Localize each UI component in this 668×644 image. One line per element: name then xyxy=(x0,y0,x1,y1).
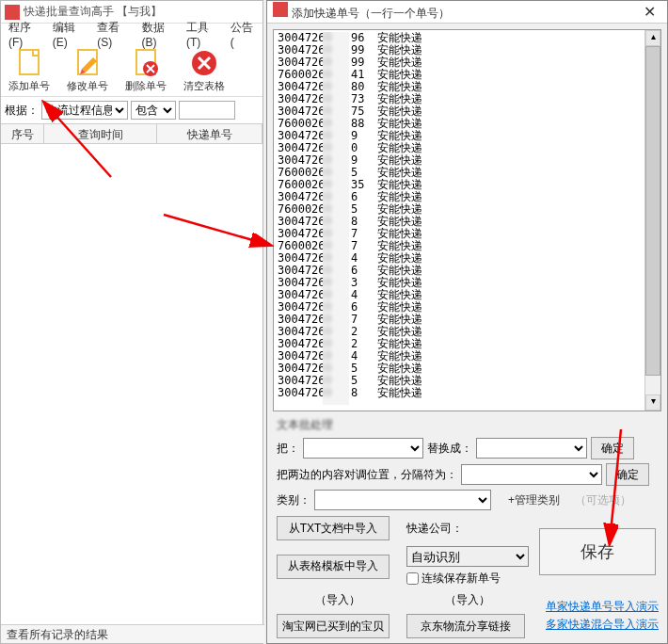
replace-row: 把： 替换成： 确定 xyxy=(277,437,658,459)
scroll-down-icon[interactable]: ▾ xyxy=(645,394,660,411)
swap-label: 把两边的内容对调位置，分隔符为： xyxy=(277,467,457,483)
add-button[interactable]: 添加单号 xyxy=(5,48,54,93)
filter-label: 根据： xyxy=(5,103,39,119)
swap-sep[interactable] xyxy=(461,464,602,485)
company-select[interactable]: 自动识别 xyxy=(406,546,529,567)
pencil-icon xyxy=(72,48,103,78)
col-no[interactable]: 序号 xyxy=(1,124,44,143)
col-track[interactable]: 快递单号 xyxy=(157,124,262,143)
filter-op[interactable]: 包含 xyxy=(131,101,176,120)
track-textarea[interactable]: 3004726996安能快递3004726999安能快递3004726999安能… xyxy=(273,29,661,411)
main-window: 快递批量查询高手 【与我】 程序(F) 编辑(E) 查看(S) 数据(B) 工具… xyxy=(0,0,263,644)
menu-program[interactable]: 程序(F) xyxy=(5,18,47,51)
svg-rect-0 xyxy=(20,50,39,74)
menu-notice[interactable]: 公告( xyxy=(227,18,259,51)
clear-label: 清空表格 xyxy=(183,79,225,93)
manage-category-link[interactable]: +管理类别 xyxy=(508,492,560,508)
blurred-region xyxy=(323,32,349,405)
statusbar: 查看所有记录的结果 xyxy=(1,624,264,643)
category-row: 类别： +管理类别 （可选项） xyxy=(277,490,658,510)
dialog-title: 添加快递单号（一行一个单号） xyxy=(292,7,450,20)
continuous-checkbox-label[interactable]: 连续保存新单号 xyxy=(406,571,529,587)
menu-edit[interactable]: 编辑(E) xyxy=(49,18,91,51)
edit-label: 修改单号 xyxy=(67,79,108,93)
edit-button[interactable]: 修改单号 xyxy=(63,48,112,93)
delete-button[interactable]: 删除单号 xyxy=(121,48,170,93)
replace-from-label: 把： xyxy=(277,441,299,457)
add-label: 添加单号 xyxy=(8,79,50,93)
scroll-up-icon[interactable]: ▴ xyxy=(645,30,660,46)
batch-section-label: 文本批处理 xyxy=(277,417,658,433)
menu-data[interactable]: 数据(B) xyxy=(138,18,181,51)
continuous-checkbox[interactable] xyxy=(406,572,419,585)
list-header: 序号 查询时间 快递单号 xyxy=(1,123,262,144)
document-icon xyxy=(14,48,44,78)
bottom-grid: 从TXT文档中导入 快递公司： 保存 从表格模板中导入 自动识别 连续保存新单号… xyxy=(277,516,658,638)
swap-confirm-button[interactable]: 确定 xyxy=(606,463,649,486)
scrollbar[interactable]: ▴ ▾ xyxy=(644,30,660,411)
category-label: 类别： xyxy=(277,492,310,508)
toolbar: 添加单号 修改单号 删除单号 清空表格 xyxy=(1,44,262,97)
import-txt-button[interactable]: 从TXT文档中导入 xyxy=(277,516,390,540)
add-dialog: 添加快递单号（一行一个单号） ✕ 3004726996安能快递300472699… xyxy=(266,0,668,644)
swap-row: 把两边的内容对调位置，分隔符为： 确定 xyxy=(277,463,658,486)
replace-to-label: 替换成： xyxy=(427,441,472,457)
replace-to[interactable] xyxy=(476,438,587,459)
demo-multi-link[interactable]: 多家快递混合导入演示 xyxy=(546,617,659,633)
scroll-thumb[interactable] xyxy=(645,46,660,376)
company-label: 快递公司： xyxy=(406,522,463,535)
optional-hint: （可选项） xyxy=(575,492,631,508)
menu-view[interactable]: 查看(S) xyxy=(93,18,135,51)
filter-value[interactable] xyxy=(179,101,235,120)
delete-label: 删除单号 xyxy=(125,79,167,93)
close-icon[interactable]: ✕ xyxy=(638,3,661,21)
import-template-button[interactable]: 从表格模板中导入 xyxy=(277,555,390,579)
demo-single-link[interactable]: 单家快递单号导入演示 xyxy=(546,599,659,615)
import-taobao-button[interactable]: 淘宝网已买到的宝贝 xyxy=(277,614,390,638)
col-time[interactable]: 查询时间 xyxy=(44,124,157,143)
menubar: 程序(F) 编辑(E) 查看(S) 数据(B) 工具(T) 公告( xyxy=(1,24,262,44)
dialog-titlebar: 添加快递单号（一行一个单号） ✕ xyxy=(267,1,667,24)
import-hint-2: （导入） xyxy=(406,592,529,608)
delete-icon xyxy=(131,48,161,78)
filter-field[interactable]: 物流过程信息 xyxy=(41,101,128,120)
clear-icon xyxy=(189,48,219,78)
clear-button[interactable]: 清空表格 xyxy=(180,48,229,93)
import-jd-button[interactable]: 京东物流分享链接 xyxy=(406,614,525,638)
menu-tools[interactable]: 工具(T) xyxy=(183,18,225,51)
replace-from[interactable] xyxy=(303,438,423,459)
filter-row: 根据： 物流过程信息 包含 xyxy=(1,97,262,123)
save-button[interactable]: 保存 xyxy=(539,528,656,575)
import-hint-1: （导入） xyxy=(277,592,399,608)
app-icon xyxy=(273,2,288,17)
replace-confirm-button[interactable]: 确定 xyxy=(591,437,634,459)
list-body xyxy=(1,144,262,605)
category-select[interactable] xyxy=(314,490,491,510)
